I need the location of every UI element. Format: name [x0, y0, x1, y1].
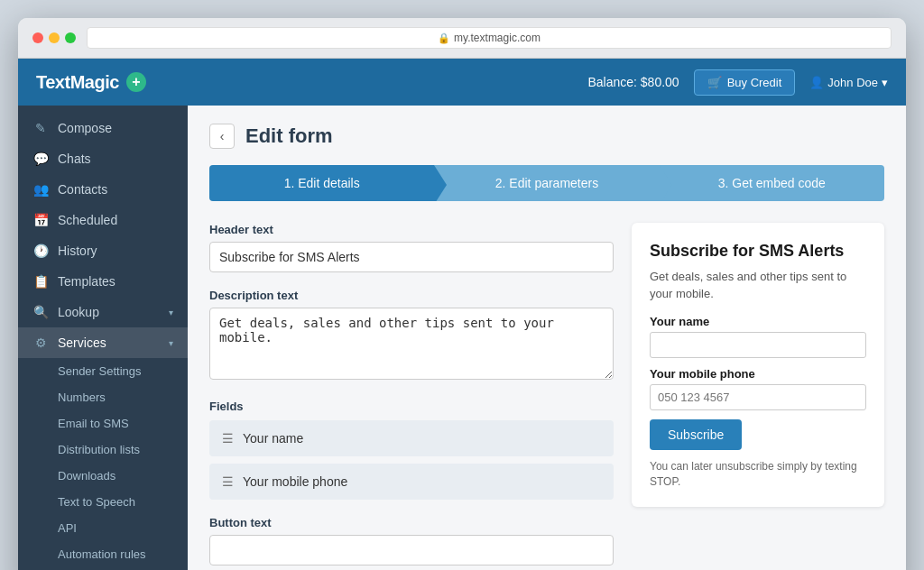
sidebar-item-services[interactable]: ⚙ Services ▾ — [18, 327, 188, 358]
lookup-arrow: ▾ — [169, 308, 173, 317]
page-title: Edit form — [245, 124, 333, 148]
maximize-dot — [65, 32, 76, 43]
preview-column: Subscribe for SMS Alerts Get deals, sale… — [632, 223, 884, 507]
sidebar-lookup-label: Lookup — [58, 305, 160, 319]
minimize-dot — [49, 32, 60, 43]
back-icon: ‹ — [220, 129, 225, 143]
app-header: TextMagic + Balance: $80.00 🛒 Buy Credit… — [18, 59, 906, 106]
chevron-down-icon: ▾ — [882, 76, 888, 89]
step-1[interactable]: 1. Edit details — [209, 165, 434, 201]
logo-plus-button[interactable]: + — [126, 72, 146, 92]
button-text-input[interactable] — [209, 535, 614, 565]
back-button[interactable]: ‹ — [209, 124, 235, 149]
sidebar-item-chats[interactable]: 💬 Chats — [18, 143, 188, 174]
sidebar-scheduled-label: Scheduled — [58, 213, 173, 227]
services-arrow: ▾ — [169, 338, 173, 348]
sidebar: ✎ Compose 💬 Chats 👥 Contacts 📅 Scheduled… — [18, 106, 188, 570]
sidebar-item-templates[interactable]: 📋 Templates — [18, 266, 188, 297]
field-name-label: Your name — [243, 431, 303, 446]
field-item-phone[interactable]: ☰ Your mobile phone — [209, 464, 614, 500]
balance-label: Balance: $80.00 — [587, 75, 679, 89]
preview-note: You can later unsubscribe simply by text… — [650, 459, 866, 490]
preview-description: Get deals, sales and other tips sent to … — [650, 269, 866, 301]
sidebar-sub-sender-settings[interactable]: Sender Settings — [18, 358, 188, 384]
preview-name-label: Your name — [650, 315, 866, 328]
header-text-group: Header text — [209, 223, 614, 272]
sidebar-contacts-label: Contacts — [58, 182, 173, 197]
step-bar: 1. Edit details 2. Edit parameters 3. Ge… — [209, 165, 884, 201]
step-3[interactable]: 3. Get embed code — [660, 165, 884, 201]
form-column: Header text Description text Get deals, … — [209, 223, 614, 570]
description-text-group: Description text Get deals, sales and ot… — [209, 289, 614, 383]
header-text-label: Header text — [209, 223, 614, 236]
history-icon: 🕐 — [32, 244, 49, 258]
description-text-input[interactable]: Get deals, sales and other tips sent to … — [209, 308, 614, 380]
user-name: John Doe — [827, 76, 878, 89]
sidebar-sub-automation-rules[interactable]: Automation rules — [18, 541, 188, 567]
sidebar-history-label: History — [58, 244, 173, 258]
chats-icon: 💬 — [32, 152, 49, 166]
close-dot — [32, 32, 43, 43]
preview-title: Subscribe for SMS Alerts — [650, 241, 866, 262]
sidebar-item-label: Compose — [58, 121, 173, 135]
compose-icon: ✎ — [32, 121, 49, 135]
fields-group: Fields ☰ Your name ☰ Your mobile phone — [209, 400, 614, 500]
contacts-icon: 👥 — [32, 182, 49, 197]
sidebar-sub-api[interactable]: API — [18, 515, 188, 541]
content-area: ‹ Edit form 1. Edit details 2. Edit para… — [188, 106, 906, 570]
sidebar-sub-distribution-lists[interactable]: Distribution lists — [18, 437, 188, 463]
cart-icon: 🛒 — [707, 76, 722, 89]
address-bar[interactable]: 🔒 my.textmagic.com — [87, 27, 892, 49]
step-1-label: 1. Edit details — [284, 176, 360, 190]
user-menu[interactable]: 👤 John Doe ▾ — [809, 76, 888, 89]
sidebar-sub-downloads[interactable]: Downloads — [18, 463, 188, 489]
preview-card: Subscribe for SMS Alerts Get deals, sale… — [632, 223, 884, 507]
step-2-label: 2. Edit parameters — [495, 176, 598, 190]
lock-icon: 🔒 — [438, 32, 450, 44]
services-submenu: Sender Settings Numbers Email to SMS Dis… — [18, 358, 188, 570]
fields-label: Fields — [209, 400, 614, 413]
field-item-name[interactable]: ☰ Your name — [209, 420, 614, 456]
url-text: my.textmagic.com — [454, 32, 541, 44]
user-icon: 👤 — [809, 76, 824, 89]
sidebar-sub-text-to-speech[interactable]: Text to Speech — [18, 489, 188, 515]
sidebar-item-lookup[interactable]: 🔍 Lookup ▾ — [18, 297, 188, 327]
preview-name-input — [650, 332, 866, 358]
services-icon: ⚙ — [32, 336, 49, 350]
lookup-icon: 🔍 — [32, 305, 49, 319]
step-2[interactable]: 2. Edit parameters — [434, 165, 659, 201]
preview-phone-label: Your mobile phone — [650, 367, 866, 381]
button-text-label: Button text — [209, 516, 614, 529]
sidebar-services-label: Services — [58, 336, 160, 350]
step-3-label: 3. Get embed code — [718, 176, 826, 190]
button-text-group: Button text — [209, 516, 614, 565]
sidebar-item-compose[interactable]: ✎ Compose — [18, 113, 188, 143]
sidebar-templates-label: Templates — [58, 274, 173, 289]
preview-subscribe-button: Subscribe — [650, 419, 742, 450]
buy-credit-button[interactable]: 🛒 Buy Credit — [694, 69, 796, 96]
logo-text: TextMagic — [36, 72, 119, 93]
preview-phone-input — [650, 384, 866, 410]
sidebar-item-history[interactable]: 🕐 History — [18, 235, 188, 266]
field-phone-label: Your mobile phone — [243, 474, 347, 489]
scheduled-icon: 📅 — [32, 213, 49, 227]
sidebar-item-contacts[interactable]: 👥 Contacts — [18, 174, 188, 205]
sidebar-item-scheduled[interactable]: 📅 Scheduled — [18, 205, 188, 235]
sidebar-chats-label: Chats — [58, 152, 173, 166]
description-text-label: Description text — [209, 289, 614, 302]
page-header: ‹ Edit form — [209, 124, 884, 149]
list-icon-1: ☰ — [222, 431, 234, 446]
sidebar-sub-email-to-sms[interactable]: Email to SMS — [18, 410, 188, 437]
buy-credit-label: Buy Credit — [727, 76, 782, 89]
sidebar-sub-numbers[interactable]: Numbers — [18, 384, 188, 410]
list-icon-2: ☰ — [222, 474, 234, 489]
form-preview-layout: Header text Description text Get deals, … — [209, 223, 884, 570]
header-text-input[interactable] — [209, 242, 614, 272]
templates-icon: 📋 — [32, 274, 49, 289]
